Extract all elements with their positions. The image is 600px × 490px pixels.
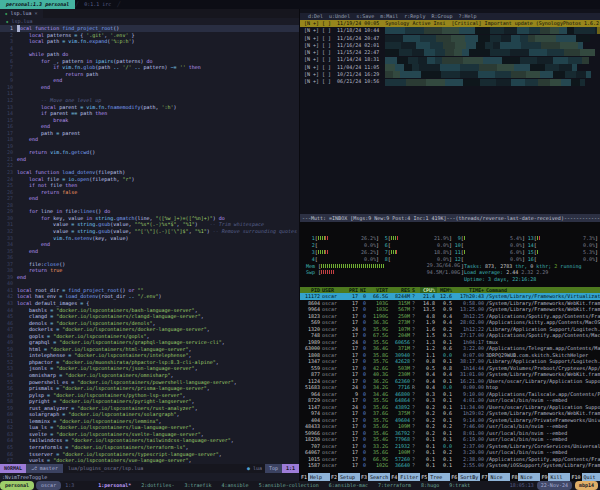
mail-row[interactable]: [N +] [ ] 11/14/24 18:31 bbox=[300, 56, 600, 63]
cpu-meter: 15[5.3%] bbox=[525, 249, 598, 255]
mail-row[interactable]: [N +] [ ] 11/15/24 22:47 bbox=[300, 49, 600, 56]
redacted-content bbox=[385, 49, 595, 56]
mail-flags-date: [N +] [ ] 11/18/24 10:44 bbox=[304, 27, 379, 34]
mail-flags-date: [N +] [ ] 11/04/24 11:05 bbox=[304, 64, 379, 71]
redacted-content bbox=[385, 64, 577, 71]
date-badge: 22-Nov-24 bbox=[537, 481, 572, 490]
cpu-meter: 3[26.2%] bbox=[306, 249, 379, 255]
tmux-window-9[interactable]: 9:trakt bbox=[449, 481, 470, 490]
filetype-indicator: ● lua bbox=[244, 464, 265, 473]
mode-indicator: NORMAL bbox=[0, 464, 26, 473]
tmux-window-6[interactable]: 6:ansible-mac bbox=[329, 481, 368, 490]
fkey-f4-button[interactable]: F4Filter bbox=[390, 473, 420, 481]
code-line: 67 vuels = "docker.io/lspcontainers/vue-… bbox=[0, 457, 299, 464]
fkey-f1-button[interactable]: F1Help bbox=[300, 473, 330, 481]
kitty-tab-bar: personal:1.3 personal ╱ 0:1.1 irc ╱ bbox=[0, 0, 600, 9]
clock: 18:05:13 bbox=[510, 481, 534, 490]
redacted-content bbox=[385, 71, 591, 78]
cpu-meter: 1[26.2%] bbox=[306, 235, 379, 241]
fkey-f7-button[interactable]: F7Nice - bbox=[480, 473, 510, 481]
cpu-meter: 7[18.8%] bbox=[379, 249, 452, 255]
fkey-f10-button[interactable]: F10Quit bbox=[570, 473, 600, 481]
winbar-filename: lsp.lua bbox=[11, 18, 32, 25]
mail-row[interactable]: [N +] [ ] 06/21/24 10:56 bbox=[300, 78, 600, 85]
cpu-meter: 8[0.0%] bbox=[379, 256, 452, 262]
mail-flags-date: [N +] [ ] 11/14/24 18:31 bbox=[304, 56, 379, 63]
cpu-meter: 4[0.0%] bbox=[306, 256, 379, 262]
fkey-f9-button[interactable]: F9Kill bbox=[540, 473, 570, 481]
tmux-user-badge: oscar bbox=[36, 481, 61, 490]
tmux-pane-indicator: 1:3 bbox=[65, 481, 74, 490]
mutt-pane: d:Del u:Undel s:Save m:Mail r:Reply R:Gr… bbox=[300, 9, 600, 222]
mail-row[interactable]: [N +] [ ] 11/16/24 02:01 bbox=[300, 42, 600, 49]
kitty-tab-irc[interactable]: 0:1.1 irc bbox=[78, 0, 117, 9]
mail-row[interactable]: [N +] [ ] 10/21/24 16:29 bbox=[300, 71, 600, 78]
branch-icon: ⎇ bbox=[31, 465, 37, 471]
close-buffer-icon[interactable]: × bbox=[35, 9, 38, 18]
tmux-status-bar: personal oscar 1:3 1:personal*2:dotfiles… bbox=[0, 481, 600, 490]
buffer-tab[interactable]: ◆ lsp.lua × bbox=[0, 9, 43, 18]
mail-flags-date: [N +] [ ] 10/21/24 16:29 bbox=[304, 71, 379, 78]
kitty-tab-personal[interactable]: personal:1.3 personal bbox=[0, 0, 75, 9]
fkey-f6-button[interactable]: F6SortBy bbox=[450, 473, 480, 481]
mail-flags-date: [N +] [ ] 11/16/24 02:01 bbox=[304, 42, 379, 49]
fkey-f3-button[interactable]: F3Search bbox=[360, 473, 390, 481]
tmux-window-5[interactable]: 5:ansible-collection bbox=[259, 481, 319, 490]
command-line[interactable]: :NvimTreeToggle bbox=[0, 473, 299, 481]
cpu-meter: 5[21.9%] bbox=[379, 235, 452, 241]
line-number: 67 bbox=[0, 457, 17, 464]
redacted-content bbox=[385, 35, 590, 42]
cpu-meter: 6[0.0%] bbox=[379, 242, 452, 248]
htop-pane: 1[26.2%]5[21.9%]9[5.4%]13[7.3%]2[0.0%]6[… bbox=[300, 222, 600, 481]
code-area[interactable]: 1local function find_project_root()2 loc… bbox=[0, 25, 299, 464]
redacted-content bbox=[385, 57, 589, 64]
cpu-meter: 9[5.4%] bbox=[452, 235, 525, 241]
mail-row[interactable]: [N +] [ ] 11/18/24 10:44 bbox=[300, 27, 600, 34]
cpu-meter: 12[0.0%] bbox=[452, 256, 525, 262]
cursor-position: 1:1 bbox=[282, 464, 299, 473]
tab-separator-icon: ╱ bbox=[117, 0, 120, 9]
redacted-content bbox=[385, 27, 600, 34]
hostname-badge: mbp14 bbox=[575, 481, 598, 490]
tmux-window-2[interactable]: 2:dotfiles- bbox=[141, 481, 174, 490]
tmux-window-7[interactable]: 7:terraform bbox=[378, 481, 411, 490]
mail-flags-date: [N +] [ ] 11/15/24 22:47 bbox=[304, 49, 379, 56]
fkey-f5-button[interactable]: F5Tree bbox=[420, 473, 450, 481]
tmux-window-1[interactable]: 1:personal* bbox=[98, 481, 131, 490]
tmux-window-list: 1:personal*2:dotfiles-3:traefik4:ansible… bbox=[98, 481, 470, 490]
tmux-window-3[interactable]: 3:traefik bbox=[184, 481, 211, 490]
mail-flags-date: [N +] [ ] 06/21/24 10:56 bbox=[304, 78, 379, 85]
cpu-meter: 16[0.0%] bbox=[525, 256, 598, 262]
mail-subject: Synology Active Insi [Critical] Importan… bbox=[379, 20, 600, 27]
process-table: PIDUSERPRINIVIRTRESSCPU%MEM%TIME+Command… bbox=[300, 287, 600, 469]
lua-filetype-icon: ● bbox=[247, 465, 250, 471]
git-branch: ⎇ master bbox=[26, 464, 63, 473]
redacted-content bbox=[385, 42, 583, 49]
file-path: lua/plugins_oscar/lsp.lua bbox=[63, 464, 244, 473]
lua-file-icon: ◆ bbox=[6, 18, 8, 25]
mail-flags-date: [N +] [ ] 11/16/24 20:47 bbox=[304, 35, 379, 42]
cursor bbox=[17, 25, 20, 32]
mail-row[interactable]: [N +] [ ] 11/16/24 20:47 bbox=[300, 35, 600, 42]
mutt-help-bar: d:Del u:Undel s:Save m:Mail r:Reply R:Gr… bbox=[300, 13, 600, 20]
tmux-session-badge[interactable]: personal bbox=[0, 481, 34, 490]
cpu-meter: 2[0.0%] bbox=[306, 242, 379, 248]
mail-row[interactable]: [N +] [ ] 11/19/24 00:05 Synology Active… bbox=[300, 20, 600, 27]
mem-meter: Mem[29.3G/64.0G] bbox=[306, 263, 464, 269]
cpu-meter: 14[0.0%] bbox=[525, 242, 598, 248]
uptime: Uptime: 3 days, 22:16:28 bbox=[464, 276, 598, 282]
htop-function-keys: F1HelpF2SetupF3SearchF4FilterF5TreeF6Sor… bbox=[300, 473, 600, 481]
lua-file-icon: ◆ bbox=[5, 9, 7, 18]
redacted-content bbox=[385, 79, 585, 86]
fkey-f2-button[interactable]: F2Setup bbox=[330, 473, 360, 481]
swp-meter: Swp[94.5M/1.00G] bbox=[306, 269, 464, 275]
process-row[interactable]: 1587oscar170102G36640?0.10.12:55.00/Syst… bbox=[300, 462, 600, 469]
scroll-position: Top bbox=[265, 464, 282, 473]
mutt-status-bar: ---Mutt: =INBOX [Msgs:9 New:9 Post:4 Inc… bbox=[300, 214, 600, 222]
mail-flags-date: [N +] [ ] 11/19/24 00:05 bbox=[304, 20, 379, 27]
mail-row[interactable]: [N +] [ ] 11/04/24 11:05 bbox=[300, 64, 600, 71]
nvim-pane: ◆ lsp.lua × ◆ lsp.lua 1local function fi… bbox=[0, 9, 300, 481]
tmux-window-8[interactable]: 8:hugo bbox=[421, 481, 439, 490]
fkey-f8-button[interactable]: F8Nice + bbox=[510, 473, 540, 481]
tmux-window-4[interactable]: 4:ansible bbox=[222, 481, 249, 490]
